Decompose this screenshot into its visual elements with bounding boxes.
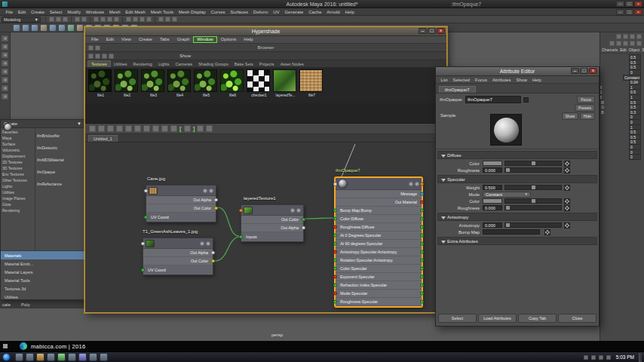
output-port[interactable] [214,198,218,202]
hypershade-close-icon[interactable]: × [437,28,445,34]
menu-item[interactable]: Surfaces [228,10,250,14]
output-port[interactable] [420,217,424,221]
channel-toolbar-icon[interactable] [630,41,635,46]
taskbar-app-icon[interactable] [89,353,97,361]
shelf-cylinder-icon[interactable] [31,24,38,32]
channel-toolbar-icon[interactable] [636,41,642,46]
create-category-item[interactable]: Lights [2,183,35,189]
input-port[interactable] [144,189,148,192]
attribute-editor-title-bar[interactable]: Attribute Editor – □ × [436,67,599,76]
render-settings-icon[interactable] [172,17,177,22]
panel-footer-tab[interactable]: Poly [21,302,30,307]
hypershade-menu-item[interactable]: Create [135,36,156,43]
channel-toolbar-icon[interactable] [616,34,621,39]
taskbar-clock[interactable]: 5:03 PM [613,354,637,360]
snap-plane-icon[interactable] [146,17,152,22]
filter-icon[interactable] [95,54,100,59]
chevron-down-icon[interactable]: ▼ [77,121,81,126]
texture-swatch[interactable]: file3 [141,69,166,103]
node-attribute-row[interactable]: Out Alpha [143,249,213,257]
create-section-item[interactable]: Material Tools [1,276,84,284]
minimize-icon[interactable]: – [616,1,624,7]
map-button-icon[interactable] [564,167,570,173]
channel-box-menu-item[interactable]: Edit [620,48,627,52]
shelf-sphere-icon[interactable] [13,24,20,32]
input-port[interactable] [239,235,243,239]
menu-item[interactable]: Mesh Tools [148,10,176,14]
workarea-tab[interactable]: Untitled_1 [88,135,118,142]
browser-tab[interactable]: Projects [256,61,278,67]
menu-item[interactable]: Arnold [324,10,342,14]
select-component-icon[interactable] [114,17,119,22]
create-section-item[interactable]: Materials [1,251,84,259]
taskbar-app-icon[interactable] [47,353,55,361]
clear-graph-icon[interactable] [116,125,123,132]
layout-icon[interactable] [197,125,204,132]
output-port[interactable] [420,300,424,304]
ae-menu-item[interactable]: Attributes [489,78,514,82]
input-port[interactable] [333,259,337,262]
texture-swatch[interactable]: file7 [299,69,324,103]
taskbar-app-icon[interactable] [15,353,23,361]
node-attribute-row[interactable]: Out Color [146,204,216,213]
output-port[interactable] [420,182,424,186]
hypershade-menu-item[interactable]: Help [240,36,256,43]
color-slider[interactable] [504,161,562,166]
snap-grid-icon[interactable] [126,17,131,22]
browser-tab[interactable]: Shading Groups [195,61,232,67]
ae-maximize-icon[interactable]: □ [580,68,588,74]
create-category-item[interactable]: Volumetric [2,147,35,153]
snap-curve-icon[interactable] [133,17,138,22]
create-material-item[interactable]: ifmReflectance [35,178,84,190]
hypershade-menu-item[interactable]: Graph [173,36,194,43]
tray-icon[interactable] [591,355,596,360]
shelf-prism-icon[interactable] [67,24,75,32]
output-port[interactable] [302,218,305,222]
child-minimize-icon[interactable]: – [616,9,624,15]
color-slider[interactable] [504,198,562,204]
node-header[interactable] [143,238,213,249]
channel-toolbar-icon[interactable] [636,34,642,39]
browser-tab[interactable]: Utilities [111,61,130,67]
rearrange-icon[interactable] [125,125,132,132]
node-attribute-row[interactable]: Out Color [241,216,303,224]
create-material-item[interactable]: ifmBricksoffer [35,130,84,142]
menu-item[interactable]: Mesh Display [176,10,208,14]
view-grid-icon[interactable] [109,54,114,59]
close-icon[interactable]: × [634,1,642,7]
pin-selection-icon[interactable] [184,125,191,132]
save-scene-icon[interactable] [63,17,68,22]
roughness-value-field[interactable]: 0.000 [483,205,502,210]
hypershade-menu-item[interactable]: File [87,36,103,43]
input-port[interactable] [333,225,337,229]
ae-footer-button[interactable]: Load Attributes [478,314,517,323]
roughness-slider[interactable] [504,167,562,173]
hypershade-menu-item[interactable]: View [118,36,135,43]
shelf-cube-icon[interactable] [22,24,29,32]
node-expand-icon[interactable] [209,189,213,193]
last-tool-icon[interactable] [1,84,9,92]
create-category-item[interactable]: Surface [2,141,35,147]
texture-thumbnail[interactable] [194,69,217,92]
ipr-render-icon[interactable] [165,17,170,22]
node-header[interactable] [241,205,303,216]
paint-select-tool-icon[interactable] [1,51,9,59]
node-attribute-row[interactable]: Anisotropy:Specular:Anisotropy [336,248,422,256]
map-button-icon[interactable] [564,185,570,191]
layout-single-icon[interactable] [1,93,9,100]
create-category-item[interactable]: 2D Textures [2,159,35,165]
output-port[interactable] [420,201,424,204]
mode-dropdown[interactable]: Constant ▼ [483,192,531,198]
input-port[interactable] [333,182,337,186]
map-button-icon[interactable] [564,161,570,167]
selection-mask-icon[interactable] [94,17,99,22]
channel-box-menu-item[interactable]: Object [629,48,639,52]
create-category-item[interactable]: Other Textures [2,177,35,183]
node-attribute-row[interactable]: Refraction Index:Specular [336,281,422,290]
texture-thumbnail[interactable] [220,69,244,92]
weight-slider[interactable] [504,185,562,190]
input-port[interactable] [144,216,148,219]
create-category-item[interactable]: Utilities [2,189,35,195]
roughness-slider[interactable] [504,205,562,210]
texture-thumbnail[interactable] [141,69,164,92]
